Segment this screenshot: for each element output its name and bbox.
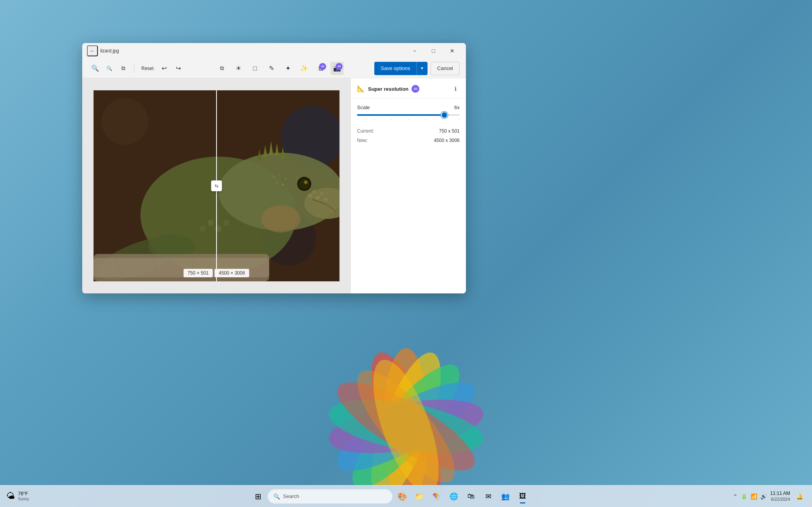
- taskbar-app-mail[interactable]: ✉: [480, 489, 496, 504]
- svg-point-49: [319, 192, 323, 196]
- slider-ticks: [357, 119, 460, 120]
- volume-icon[interactable]: 🔊: [760, 493, 767, 500]
- slider-thumb[interactable]: [442, 112, 447, 118]
- minimize-button[interactable]: −: [406, 45, 424, 57]
- svg-point-38: [223, 220, 229, 226]
- zoom-in-button[interactable]: 🔍: [88, 62, 102, 75]
- desktop-flower: [269, 270, 543, 485]
- teams-icon: 👥: [501, 492, 510, 501]
- fit-screen-button[interactable]: ⧉: [117, 62, 130, 75]
- taskbar-app-store[interactable]: 🛍: [463, 489, 479, 504]
- tick-6: [442, 119, 443, 120]
- split-arrows-icon: ⇆: [215, 183, 218, 189]
- svg-point-1: [383, 348, 429, 485]
- original-size-label: 750 × 501: [183, 269, 213, 277]
- chevron-up-icon[interactable]: ⌃: [733, 493, 738, 500]
- close-button[interactable]: ✕: [443, 45, 461, 57]
- panel-title-group: 📐 Super resolution AI: [357, 85, 419, 93]
- svg-rect-25: [291, 175, 292, 177]
- svg-point-0: [357, 345, 455, 485]
- svg-point-2: [357, 345, 455, 485]
- current-value: 750 x 501: [439, 128, 460, 134]
- tick-1: [357, 119, 357, 120]
- svg-point-34: [261, 205, 300, 233]
- cancel-button[interactable]: Cancel: [431, 62, 460, 75]
- system-clock[interactable]: 11:11 AM 6/22/2024: [770, 491, 790, 502]
- scale-label: Scale: [357, 104, 370, 110]
- scale-value: 6x: [454, 104, 460, 110]
- fit-screen-icon: ⧉: [121, 65, 125, 72]
- undo-button[interactable]: ↩: [157, 62, 171, 75]
- taskbar-app-teams[interactable]: 👥: [498, 489, 513, 504]
- new-size-row: New: 4500 x 3006: [357, 138, 460, 143]
- reset-button[interactable]: Reset: [138, 62, 157, 75]
- maximize-button[interactable]: □: [424, 45, 442, 57]
- crop-icon: ⧉: [220, 65, 224, 72]
- zoom-out-button[interactable]: 🔍: [103, 62, 116, 75]
- redo-button[interactable]: ↪: [171, 62, 185, 75]
- remove-bg-icon: ✦: [285, 65, 291, 72]
- tick-4: [408, 119, 409, 120]
- save-options-dropdown[interactable]: ▼: [417, 62, 428, 75]
- side-panel: 📐 Super resolution AI ℹ Scale 6x: [350, 78, 466, 293]
- paint-icon: 🎨: [397, 492, 407, 501]
- taskbar-app-photo-editor[interactable]: 🖼: [515, 489, 531, 504]
- svg-rect-23: [279, 174, 280, 176]
- toolbar-center: ⧉ ☀ □ ✎ ✦ ✨ ⊞ AI 📷 AI: [186, 62, 373, 75]
- scale-row: Scale 6x: [357, 104, 460, 110]
- toolbar-right: Save options ▼ Cancel: [374, 62, 460, 75]
- notification-button[interactable]: 🔔: [793, 490, 806, 503]
- svg-point-21: [305, 181, 307, 183]
- taskbar: 🌤 78°F Sunny ⊞ 🔍 Search 🎨 📁 🪁 🌐: [0, 485, 812, 507]
- taskbar-app-edge[interactable]: 🌐: [446, 489, 462, 504]
- draw-button[interactable]: ✎: [265, 62, 278, 75]
- draw-icon: ✎: [269, 65, 274, 72]
- taskbar-app-paint[interactable]: 🎨: [394, 489, 410, 504]
- search-bar[interactable]: 🔍 Search: [267, 489, 393, 504]
- tick-5: [425, 119, 426, 120]
- svg-point-39: [200, 226, 206, 232]
- effects-button[interactable]: ✨: [298, 62, 311, 75]
- new-size-label: 4500 × 3006: [215, 269, 249, 277]
- reset-label: Reset: [141, 66, 153, 71]
- copilot-icon: 🪁: [432, 492, 441, 501]
- svg-rect-24: [285, 178, 286, 180]
- split-handle[interactable]: ⇆: [211, 180, 222, 191]
- taskbar-app-copilot[interactable]: 🪁: [429, 489, 444, 504]
- start-button[interactable]: ⊞: [250, 489, 266, 504]
- clock-time: 11:11 AM: [770, 491, 790, 497]
- back-button[interactable]: ←: [87, 45, 98, 56]
- battery-icon: 🔋: [741, 493, 747, 500]
- zoom-out-icon: 🔍: [106, 66, 112, 71]
- svg-point-3: [337, 351, 474, 485]
- new-label: New:: [357, 138, 368, 143]
- system-tray-icons: ⌃ 🔋 📶 🔊: [733, 493, 767, 500]
- taskbar-app-explorer[interactable]: 📁: [411, 489, 427, 504]
- title-bar: ← lizard.jpg − □ ✕: [82, 43, 466, 59]
- svg-rect-22: [273, 176, 274, 178]
- svg-point-7: [327, 367, 485, 485]
- svg-point-5: [325, 390, 487, 463]
- tick-3: [391, 119, 392, 120]
- clock-date: 6/22/2024: [770, 496, 790, 502]
- crop-button[interactable]: ⧉: [215, 62, 229, 75]
- remove-bg-button[interactable]: ✦: [281, 62, 294, 75]
- panel-info-button[interactable]: ℹ: [451, 84, 460, 93]
- super-resolution-ai-badge: AI: [336, 63, 343, 70]
- main-content: ⇆ 750 × 501 4500 × 3006 📐 Super resoluti…: [82, 78, 466, 293]
- network-icon: 📶: [751, 493, 757, 500]
- taskbar-center: ⊞ 🔍 Search 🎨 📁 🪁 🌐 🛍 ✉ 👥 🖼: [53, 489, 727, 504]
- generative-button[interactable]: ⊞ AI: [314, 62, 327, 75]
- adjust-button[interactable]: ☀: [232, 62, 245, 75]
- weather-icon: 🌤: [6, 491, 15, 501]
- edge-icon: 🌐: [449, 492, 458, 501]
- super-resolution-button[interactable]: 📷 AI: [330, 62, 344, 75]
- weather-temperature: 78°F: [18, 491, 29, 496]
- taskbar-right: ⌃ 🔋 📶 🔊 11:11 AM 6/22/2024 🔔: [727, 490, 806, 503]
- panel-content: Scale 6x: [351, 98, 466, 293]
- svg-point-50: [323, 198, 327, 201]
- panel-resolution-icon: 📐: [357, 85, 365, 93]
- slider-track[interactable]: [357, 114, 460, 116]
- erase-button[interactable]: □: [248, 62, 262, 75]
- save-options-button[interactable]: Save options: [374, 62, 416, 75]
